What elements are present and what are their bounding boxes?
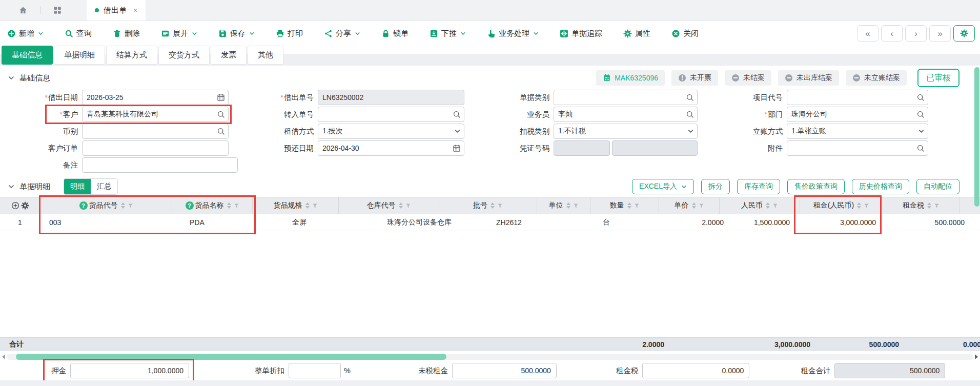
sort-icon[interactable] <box>857 202 861 209</box>
grid-settings-icon[interactable] <box>21 201 29 210</box>
query-button[interactable]: 查询 <box>65 29 92 38</box>
stock-query-button[interactable]: 库存查询 <box>737 179 780 194</box>
price-history-query-button[interactable]: 历史价格查询 <box>852 179 909 194</box>
cell-spec[interactable]: 全屏 <box>270 214 378 231</box>
chevron-down-icon[interactable] <box>918 128 925 135</box>
scroll-left-arrow[interactable] <box>2 354 5 359</box>
cell-qty[interactable]: 2.0000 <box>656 214 730 231</box>
filter-icon[interactable] <box>934 203 940 209</box>
split-button[interactable]: 拆分 <box>701 179 730 194</box>
cell-unit[interactable]: 台 <box>594 214 656 231</box>
scroll-right-arrow[interactable] <box>975 354 978 359</box>
sort-icon[interactable] <box>305 202 310 209</box>
filter-icon[interactable] <box>405 203 411 209</box>
push-down-button[interactable]: 下推 <box>430 29 466 38</box>
doc-trace-button[interactable]: 单据追踪 <box>560 29 602 38</box>
business-process-button[interactable]: 业务处理 <box>487 29 539 38</box>
expand-button[interactable]: 展开 <box>161 29 197 38</box>
share-button[interactable]: 分享 <box>324 29 360 38</box>
cell-product-code[interactable]: 003 <box>40 214 180 231</box>
tab-delivery[interactable]: 交货方式 <box>158 46 210 65</box>
column-header-product-name[interactable]: ?货品名称 <box>172 197 252 214</box>
save-button[interactable]: 保存 <box>218 29 255 38</box>
excel-import-button[interactable]: EXCEL导入 <box>632 179 694 194</box>
chevron-down-icon[interactable] <box>460 31 466 36</box>
sort-icon[interactable] <box>399 202 403 209</box>
lookup-icon[interactable] <box>686 93 694 101</box>
cell-batch[interactable]: ZH2612 <box>487 214 594 231</box>
project-code-input[interactable] <box>787 90 928 105</box>
filter-icon[interactable] <box>864 203 869 209</box>
column-header-spec[interactable]: 货品规格 <box>252 197 338 214</box>
currency-input[interactable] <box>83 124 228 138</box>
remark-input[interactable] <box>83 158 237 172</box>
add-row-icon[interactable] <box>11 201 19 210</box>
return-date-input[interactable] <box>318 141 464 155</box>
view-toggle-detail[interactable]: 明细 <box>64 179 91 194</box>
calendar-icon[interactable] <box>453 144 461 152</box>
chevron-down-icon[interactable] <box>38 31 44 36</box>
toolbar-settings-button[interactable] <box>953 25 975 42</box>
next-record-button[interactable]: › <box>905 25 927 42</box>
cell-warehouse[interactable]: 珠海分公司设备仓库 <box>378 214 487 231</box>
chevron-down-icon[interactable] <box>249 31 255 36</box>
cell-cny[interactable]: 3,000.0000 <box>796 214 882 231</box>
close-button[interactable]: 关闭 <box>671 29 699 38</box>
cell-product-name[interactable]: PDA <box>180 214 270 231</box>
apps-grid-icon[interactable] <box>53 6 62 15</box>
collapse-chevron-icon[interactable] <box>8 75 14 81</box>
salesman-input[interactable] <box>554 107 697 121</box>
rent-tax-input[interactable] <box>642 363 749 378</box>
tab-other[interactable]: 其他 <box>248 46 283 65</box>
filter-icon[interactable] <box>312 203 318 209</box>
cell-rent-tax[interactable]: 0.000 <box>971 214 980 231</box>
rent-mode-select[interactable] <box>318 124 464 138</box>
chevron-down-icon[interactable] <box>192 31 197 36</box>
collapse-chevron-icon[interactable] <box>8 184 14 190</box>
help-icon[interactable]: ? <box>79 201 88 210</box>
first-record-button[interactable]: « <box>857 25 879 42</box>
untaxed-rent-input[interactable] <box>452 363 557 378</box>
lock-order-button[interactable]: 锁单 <box>381 29 409 38</box>
lookup-icon[interactable] <box>686 110 694 118</box>
tab-close-icon[interactable]: × <box>133 6 137 14</box>
sort-icon[interactable] <box>627 202 631 209</box>
attachment-input[interactable] <box>787 141 928 155</box>
tab-basic-info[interactable]: 基础信息 <box>2 46 53 65</box>
column-header-unit[interactable]: 单位 <box>537 197 590 214</box>
properties-button[interactable]: 属性 <box>623 29 650 38</box>
column-header-batch[interactable]: 批号 <box>439 197 537 214</box>
column-header-qty[interactable]: 数量 <box>590 197 659 214</box>
lookup-icon[interactable] <box>916 110 925 118</box>
column-header-cny[interactable]: 人民币 <box>719 197 800 214</box>
sort-icon[interactable] <box>491 202 495 209</box>
tab-invoice[interactable]: 发票 <box>211 46 247 65</box>
deposit-input[interactable] <box>70 363 189 378</box>
column-header-rent-tax[interactable]: 租金税 <box>883 197 959 214</box>
lookup-icon[interactable] <box>217 127 225 135</box>
customer-order-input[interactable] <box>83 141 228 155</box>
view-toggle-summary[interactable]: 汇总 <box>91 179 117 194</box>
filter-icon[interactable] <box>573 203 579 209</box>
loan-date-input[interactable] <box>83 90 228 105</box>
filter-icon[interactable] <box>699 203 704 209</box>
chevron-down-icon[interactable] <box>687 128 694 135</box>
column-header-rent[interactable]: 租金(人民币) <box>800 197 883 214</box>
customer-input[interactable] <box>83 107 228 121</box>
document-tab[interactable]: 借出单 × <box>87 0 146 21</box>
filter-icon[interactable] <box>772 203 778 209</box>
sort-icon[interactable] <box>121 202 125 209</box>
filter-icon[interactable] <box>497 203 503 209</box>
lookup-icon[interactable] <box>916 93 925 101</box>
tab-settlement[interactable]: 结算方式 <box>106 46 157 65</box>
tax-type-select[interactable] <box>554 124 697 138</box>
prev-record-button[interactable]: ‹ <box>881 25 903 42</box>
cell-rent[interactable]: 500.0000 <box>882 214 971 231</box>
chevron-down-icon[interactable] <box>533 31 539 36</box>
lookup-icon[interactable] <box>453 110 461 118</box>
lookup-icon[interactable] <box>217 110 225 118</box>
home-icon[interactable] <box>18 6 28 15</box>
filter-icon[interactable] <box>634 203 640 209</box>
filter-icon[interactable] <box>128 203 133 209</box>
doc-type-input[interactable] <box>554 90 697 105</box>
